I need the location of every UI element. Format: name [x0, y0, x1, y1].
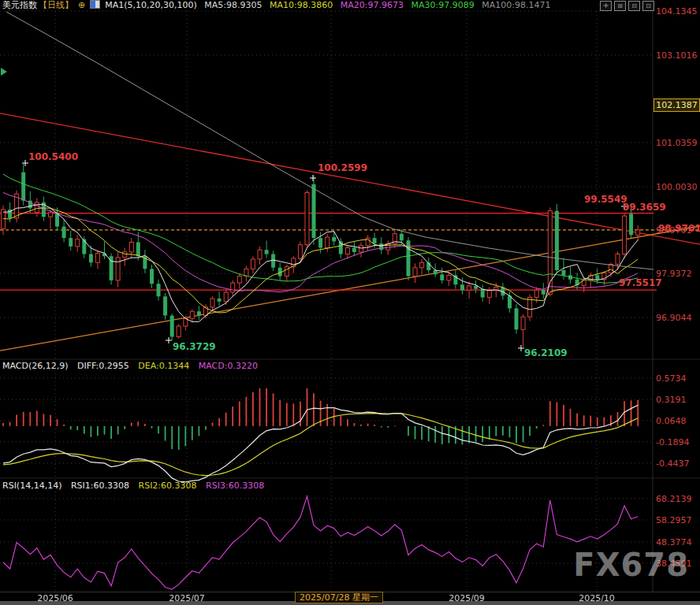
macd-axis-label: 0.5734 [656, 373, 687, 384]
extreme-cross-marker [166, 337, 172, 343]
pane-layout-icon-1[interactable]: ⊞ [614, 1, 626, 11]
ma20-value: MA20:97.9673 [341, 0, 404, 10]
chart-toolbar: ✛ ⊞ ⊟ ⊡ [600, 1, 654, 11]
ma5-value: MA5:98.9305 [204, 0, 262, 10]
macd-axis-label: -0.1894 [656, 437, 689, 447]
expand-icon[interactable]: ⊕ [78, 0, 85, 10]
pane-layout-icon-2[interactable]: ⊟ [628, 1, 640, 11]
price-axis-label: 96.9044 [656, 313, 692, 323]
price-tag: 100.5400 [28, 151, 78, 162]
price-axis-label: 103.1016 [656, 50, 698, 61]
macd-dea-value: DEA:0.1344 [138, 361, 189, 371]
ma30-value: MA30:97.9089 [411, 0, 474, 10]
macd-axis-label: 0.3191 [656, 395, 687, 405]
fx678-watermark: FX678 [573, 547, 689, 583]
left-edge-marker [1, 68, 7, 76]
pane-layout-icon-3[interactable]: ⊡ [642, 1, 654, 11]
extreme-cross-marker [310, 175, 316, 181]
price-tag: 99.3659 [623, 202, 666, 213]
macd-diff-value: DIFF:0.2955 [77, 361, 129, 371]
rsi-header: RSI(14,14,14) RSI1:60.3308 RSI2:60.3308 … [2, 481, 264, 492]
price-tag: 97.5517 [619, 277, 662, 288]
price-axis-label: 100.0030 [656, 182, 698, 192]
macd-params[interactable]: MACD(26,12,9) [2, 361, 69, 371]
ma10-value: MA10:98.3860 [270, 0, 333, 10]
rsi1-value: RSI1:60.3308 [71, 481, 129, 491]
crosshair-price-box: 102.1387 [653, 98, 700, 112]
price-tag: 96.3729 [173, 341, 216, 352]
rsi-axis-label: 58.2957 [656, 515, 692, 525]
price-tag: 100.2599 [318, 162, 367, 173]
ma-settings-label[interactable]: MA1(5,10,20,30,100) [105, 0, 197, 10]
candlestick-chart-canvas[interactable] [0, 0, 700, 605]
rsi3-value: RSI3:60.3308 [206, 481, 264, 491]
period-label: 【日线】 [39, 0, 73, 10]
macd-value: MACD:0.3220 [199, 361, 258, 371]
price-axis-label: 104.1345 [656, 6, 698, 17]
ma100-value: MA100:98.1471 [482, 0, 550, 10]
rsi-params[interactable]: RSI(14,14,14) [2, 481, 61, 491]
chart-window: 美元指数【日线】⊕MA1(5,10,20,30,100) MA5:98.9305… [0, 0, 700, 605]
chart-thumbnail-icon[interactable] [90, 0, 100, 9]
rsi-axis-label: 68.2139 [656, 494, 692, 504]
crosshair-date-box: 2025/07/28 星期一 [295, 592, 383, 603]
macd-header: MACD(26,12,9) DIFF:0.2955 DEA:0.1344 MAC… [2, 361, 258, 372]
price-tag: 99.5549 [584, 194, 627, 205]
instrument-title: 美元指数 [2, 0, 37, 10]
rsi2-value: RSI2:60.3308 [139, 481, 197, 491]
macd-axis-label: -0.4437 [656, 458, 689, 469]
price-tag: 98.9701 [658, 223, 700, 234]
price-axis-label: 101.0359 [656, 138, 698, 148]
rsi-axis-label: 48.3774 [656, 537, 692, 547]
crosshair-tool-icon[interactable]: ✛ [600, 1, 612, 11]
chart-header: 美元指数【日线】⊕MA1(5,10,20,30,100) MA5:98.9305… [2, 0, 555, 11]
price-tag: 96.2109 [524, 347, 568, 358]
macd-axis-label: 0.0648 [656, 416, 687, 426]
